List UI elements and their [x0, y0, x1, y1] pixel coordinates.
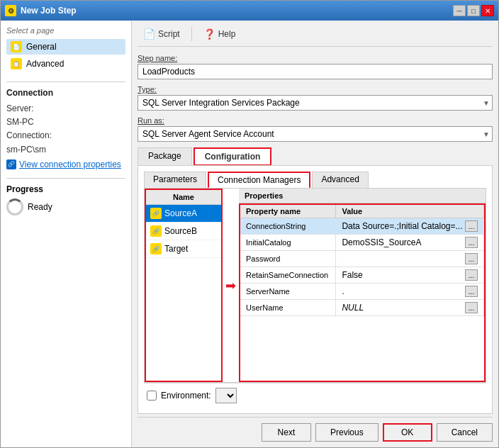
progress-section: Progress Ready	[6, 178, 125, 215]
tab-configuration[interactable]: Configuration	[194, 147, 272, 166]
tab-parameters[interactable]: Parameters	[144, 172, 206, 189]
prop-value-username: NULL ...	[336, 300, 484, 316]
outer-tab-strip: Package Configuration	[138, 147, 493, 166]
ellipsis-btn-username[interactable]: ...	[465, 302, 478, 313]
val-cell-retainsameconnection: False ...	[342, 269, 478, 281]
prop-row-initialcatalog[interactable]: InitialCatalog DemoSSIS_SourceA ...	[240, 235, 484, 251]
minimize-button[interactable]: ─	[453, 5, 466, 16]
cm-item-target[interactable]: 🔗 Target	[146, 240, 221, 258]
window-title: New Job Step	[21, 6, 77, 16]
type-label: Type:	[138, 85, 493, 94]
sourceb-label: SourceB	[164, 226, 197, 236]
prop-name-password: Password	[240, 251, 336, 267]
title-bar: ⚙ New Job Step ─ □ ✕	[1, 1, 498, 21]
properties-panel: Properties Property name Value	[239, 189, 486, 382]
properties-table: Property name Value ConnectionString	[240, 205, 484, 381]
properties-header: Properties	[239, 189, 486, 203]
bottom-buttons: Next Previous OK Cancel	[138, 417, 493, 442]
type-select-wrapper: SQL Server Integration Services Package …	[138, 95, 493, 111]
connection-label: Connection:	[6, 130, 52, 140]
prop-row-password[interactable]: Password ...	[240, 251, 484, 267]
help-label: Help	[218, 29, 236, 39]
advanced-icon: 📋	[11, 58, 22, 69]
toolbar-separator	[191, 27, 192, 41]
connection-value: sm-PC\sm	[6, 145, 46, 155]
val-text-username: NULL	[342, 303, 465, 313]
close-button[interactable]: ✕	[481, 5, 494, 16]
title-bar-controls: ─ □ ✕	[453, 5, 494, 16]
cm-name-header: Name	[146, 190, 221, 205]
prop-row-servername[interactable]: ServerName . ...	[240, 284, 484, 300]
server-value: SM-PC	[6, 117, 34, 127]
main-content: Select a page 📄 General 📋 Advanced Conne…	[1, 21, 498, 447]
prop-value-password: ...	[336, 251, 484, 267]
ellipsis-btn-servername[interactable]: ...	[465, 286, 478, 297]
environment-select-wrapper	[215, 388, 483, 403]
ellipsis-btn-password[interactable]: ...	[465, 253, 478, 264]
prop-row-retainsameconnection[interactable]: RetainSameConnection False ...	[240, 267, 484, 284]
val-cell-password: ...	[342, 253, 478, 264]
prop-row-connectionstring[interactable]: ConnectionString Data Source=.;Initial C…	[240, 218, 484, 235]
tab-package-label: Package	[148, 151, 181, 161]
connection-title: Connection	[6, 88, 125, 98]
script-icon: 📄	[143, 28, 155, 40]
prop-name-retainsameconnection: RetainSameConnection	[240, 267, 336, 284]
run-as-section: Run as: SQL Server Agent Service Account…	[138, 116, 493, 142]
cancel-button[interactable]: Cancel	[437, 423, 493, 442]
ellipsis-btn-connectionstring[interactable]: ...	[465, 220, 478, 232]
connection-section: Connection Server: SM-PC Connection: sm-…	[6, 82, 125, 169]
help-button[interactable]: ❓ Help	[198, 26, 242, 42]
progress-spinner	[6, 198, 23, 215]
ellipsis-btn-initialcatalog[interactable]: ...	[465, 237, 478, 248]
arrow-right-icon: ➡	[225, 278, 236, 293]
properties-data-table: Property name Value ConnectionString	[240, 205, 484, 316]
connection-info: Server: SM-PC Connection: sm-PC\sm	[6, 102, 125, 157]
sidebar-item-advanced[interactable]: 📋 Advanced	[6, 56, 125, 72]
progress-status-label: Ready	[28, 202, 52, 212]
val-text-initialcatalog: DemoSSIS_SourceA	[342, 237, 465, 247]
sourcea-label: SourceA	[164, 208, 197, 218]
properties-table-wrapper: Property name Value ConnectionString	[239, 203, 486, 382]
ok-button[interactable]: OK	[383, 423, 432, 442]
tab-advanced-label: Advanced	[321, 174, 359, 184]
val-cell-connectionstring: Data Source=.;Initial Catalog=... ...	[342, 220, 478, 232]
cm-item-sourcea[interactable]: 🔗 SourceA	[146, 205, 221, 223]
script-button[interactable]: 📄 Script	[138, 26, 186, 42]
environment-select[interactable]	[215, 388, 237, 403]
run-as-select[interactable]: SQL Server Agent Service Account	[138, 126, 493, 142]
tab-connection-managers-label: Connection Managers	[218, 175, 301, 185]
sidebar: Select a page 📄 General 📋 Advanced Conne…	[1, 21, 132, 447]
right-panel: 📄 Script ❓ Help Step name: Type:	[132, 21, 498, 447]
type-section: Type: SQL Server Integration Services Pa…	[138, 85, 493, 111]
view-connection-link[interactable]: 🔗 View connection properties	[6, 159, 125, 169]
view-connection-label: View connection properties	[19, 159, 121, 169]
sidebar-item-general[interactable]: 📄 General	[6, 39, 125, 55]
val-cell-username: NULL ...	[342, 302, 478, 313]
environment-checkbox[interactable]	[147, 391, 157, 401]
progress-status: Ready	[6, 198, 125, 215]
type-select[interactable]: SQL Server Integration Services Package	[138, 95, 493, 111]
tab-advanced[interactable]: Advanced	[312, 172, 368, 189]
prop-value-initialcatalog: DemoSSIS_SourceA ...	[336, 235, 484, 251]
col-property-value: Value	[336, 205, 484, 218]
previous-button[interactable]: Previous	[315, 423, 379, 442]
sidebar-general-label: General	[26, 42, 57, 52]
target-label: Target	[164, 244, 188, 254]
cm-item-sourceb[interactable]: 🔗 SourceB	[146, 223, 221, 240]
inner-tab-strip: Parameters Connection Managers Advanced	[144, 172, 486, 189]
prop-row-username[interactable]: UserName NULL ...	[240, 300, 484, 316]
tab-connection-managers[interactable]: Connection Managers	[208, 172, 310, 189]
ellipsis-btn-retainsameconnection[interactable]: ...	[465, 269, 478, 281]
connection-managers-list: Name 🔗 SourceA 🔗 SourceB 🔗	[145, 189, 223, 382]
step-name-input[interactable]	[138, 64, 493, 79]
target-icon: 🔗	[150, 243, 162, 254]
main-window: ⚙ New Job Step ─ □ ✕ Select a page 📄 Gen…	[0, 0, 499, 448]
tab-package[interactable]: Package	[138, 147, 192, 166]
next-button[interactable]: Next	[262, 423, 311, 442]
title-bar-left: ⚙ New Job Step	[5, 5, 77, 16]
prop-name-initialcatalog: InitialCatalog	[240, 235, 336, 251]
maximize-button[interactable]: □	[467, 5, 480, 16]
sourceb-icon: 🔗	[150, 225, 162, 237]
prop-value-connectionstring: Data Source=.;Initial Catalog=... ...	[336, 218, 484, 235]
help-icon: ❓	[203, 28, 215, 40]
